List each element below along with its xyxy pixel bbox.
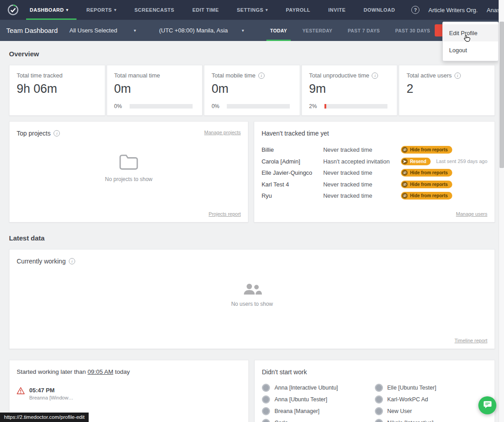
page-title: Team Dashboard xyxy=(6,27,58,34)
user-name: Ryu xyxy=(261,192,323,199)
avatar xyxy=(375,419,383,422)
info-glyph: i xyxy=(56,131,58,136)
card-title: Currently working xyxy=(17,258,66,265)
nav-item-payroll[interactable]: PAYROLL xyxy=(284,0,312,20)
scrollbar-track[interactable] xyxy=(499,0,504,422)
manage-projects-link[interactable]: Manage projects xyxy=(204,130,241,135)
chat-icon xyxy=(483,400,492,411)
info-glyph: i xyxy=(261,73,262,78)
user-name: Elle [Ubuntu Tester] xyxy=(387,385,436,391)
late-title-suffix: today xyxy=(115,368,130,375)
info-icon[interactable]: i xyxy=(69,258,75,264)
manage-users-link[interactable]: Manage users xyxy=(456,211,487,217)
user-name: Karl-WorkPC Ad xyxy=(387,396,428,403)
stat-label: Total manual time xyxy=(114,72,160,79)
late-entry-time: 05:47 PM xyxy=(29,387,73,394)
projects-report-link[interactable]: Projects report xyxy=(209,211,241,217)
hide-from-reports-button[interactable]: Hide from reports xyxy=(401,169,452,177)
tab-label: PAST 30 DAYS xyxy=(395,28,430,33)
stat-value: 9h 06m xyxy=(17,82,98,96)
list-item: Nikole [Interactive] xyxy=(375,419,488,422)
nav-label: SCREENCASTS xyxy=(135,7,175,13)
progress-bar xyxy=(227,104,290,109)
chip-label: Hide from reports xyxy=(410,170,448,175)
warning-triangle-icon xyxy=(17,387,25,396)
help-icon[interactable]: ? xyxy=(411,6,419,14)
hide-from-reports-button[interactable]: Hide from reports xyxy=(401,192,452,200)
nav-item-settings[interactable]: SETTINGS ▾ xyxy=(235,0,270,20)
info-glyph: i xyxy=(374,73,376,78)
info-icon[interactable]: i xyxy=(372,73,378,79)
card-title: Top projects xyxy=(17,130,50,137)
avatar xyxy=(375,384,383,392)
folder-icon xyxy=(118,154,139,172)
stat-value: 0m xyxy=(114,82,195,96)
chevron-down-icon: ▾ xyxy=(66,8,68,12)
stat-label: Total active users xyxy=(406,72,451,79)
hide-from-reports-button[interactable]: Hide from reports xyxy=(401,181,452,188)
user-name: Billie xyxy=(261,146,323,153)
stat-value: 9m xyxy=(309,82,390,96)
late-title-prefix: Started working later than xyxy=(17,368,86,375)
info-icon[interactable]: i xyxy=(54,130,60,136)
nav-label: INVITE xyxy=(328,7,346,13)
menu-item-edit-profile[interactable]: Edit Profile xyxy=(443,24,498,41)
menu-item-logout[interactable]: Logout xyxy=(443,41,498,59)
eye-off-icon xyxy=(402,193,408,199)
resend-invite-button[interactable]: Resend xyxy=(401,158,431,165)
table-row: Billie Never tracked time Hide from repo… xyxy=(261,144,487,156)
eye-off-icon xyxy=(402,147,408,153)
avatar xyxy=(375,407,383,415)
nav-label: DOWNLOAD xyxy=(364,7,395,13)
stat-value: 2 xyxy=(406,82,487,96)
nav-item-screencasts[interactable]: SCREENCASTS xyxy=(133,0,176,20)
user-status: Never tracked time xyxy=(323,181,401,188)
info-glyph: i xyxy=(457,73,459,78)
nav-item-edit-time[interactable]: EDIT TIME xyxy=(190,0,220,20)
hide-from-reports-button[interactable]: Hide from reports xyxy=(401,146,452,154)
tab-past-30-days[interactable]: PAST 30 DAYS xyxy=(394,20,431,41)
avatar xyxy=(262,395,270,404)
main-content: Overview Total time tracked 9h 06m Total… xyxy=(0,41,499,422)
info-glyph: i xyxy=(72,259,73,263)
stat-card-time-tracked: Total time tracked 9h 06m xyxy=(9,65,105,116)
user-name: Nikole [Interactive] xyxy=(387,420,434,422)
chevron-down-icon: ▾ xyxy=(114,8,117,12)
late-threshold-time[interactable]: 09:05 AM xyxy=(88,368,113,375)
tab-past-7-days[interactable]: PAST 7 DAYS xyxy=(347,20,381,41)
avatar xyxy=(262,384,270,392)
nav-item-download[interactable]: DOWNLOAD xyxy=(362,0,397,20)
paper-plane-icon xyxy=(402,159,408,164)
user-name: Anna [Ubuntu Tester] xyxy=(274,396,327,403)
avatar xyxy=(375,395,383,404)
info-icon[interactable]: i xyxy=(258,73,265,79)
list-item: Anna [Interactive Ubuntu] xyxy=(262,384,375,392)
tab-label: YESTERDAY xyxy=(302,28,333,33)
nav-label: REPORTS xyxy=(86,7,112,13)
help-glyph: ? xyxy=(414,7,417,13)
scrollbar-thumb[interactable] xyxy=(500,22,504,168)
tab-yesterday[interactable]: YESTERDAY xyxy=(302,20,333,41)
didnt-start-list: Anna [Interactive Ubuntu] Elle [Ubuntu T… xyxy=(262,384,487,422)
tab-today[interactable]: TODAY xyxy=(269,20,288,41)
progress-bar xyxy=(130,104,193,109)
chevron-down-icon: ▾ xyxy=(242,28,244,33)
user-status: Never tracked time xyxy=(323,169,401,176)
nav-item-invite[interactable]: INVITE xyxy=(327,0,347,20)
not-tracked-card: Haven't tracked time yet Billie Never tr… xyxy=(254,121,495,222)
info-icon[interactable]: i xyxy=(454,73,461,79)
nav-item-reports[interactable]: REPORTS ▾ xyxy=(85,0,118,20)
table-row: Elle Javier-Quingco Never tracked time H… xyxy=(261,167,487,179)
stat-label: Total time tracked xyxy=(17,72,63,79)
card-title: Started working later than 09:05 AM toda… xyxy=(17,368,241,375)
table-row: Ryu Never tracked time Hide from reports xyxy=(261,190,487,202)
users-filter-dropdown[interactable]: All Users Selected ▾ xyxy=(69,27,136,34)
timezone-dropdown[interactable]: (UTC +08:00) Manila, Asia ▾ xyxy=(159,27,244,34)
profile-dropdown-menu: Edit Profile Logout xyxy=(442,22,499,61)
nav-item-dashboard[interactable]: DASHBOARD ▾ xyxy=(28,0,70,20)
chat-widget-button[interactable] xyxy=(478,396,496,414)
org-name[interactable]: Article Writers Org. xyxy=(428,7,478,14)
timeline-report-link[interactable]: Timeline report xyxy=(454,338,487,343)
last-sent-note: Last sent 259 days ago xyxy=(436,159,487,164)
timedoctor-logo-icon[interactable] xyxy=(7,4,19,16)
